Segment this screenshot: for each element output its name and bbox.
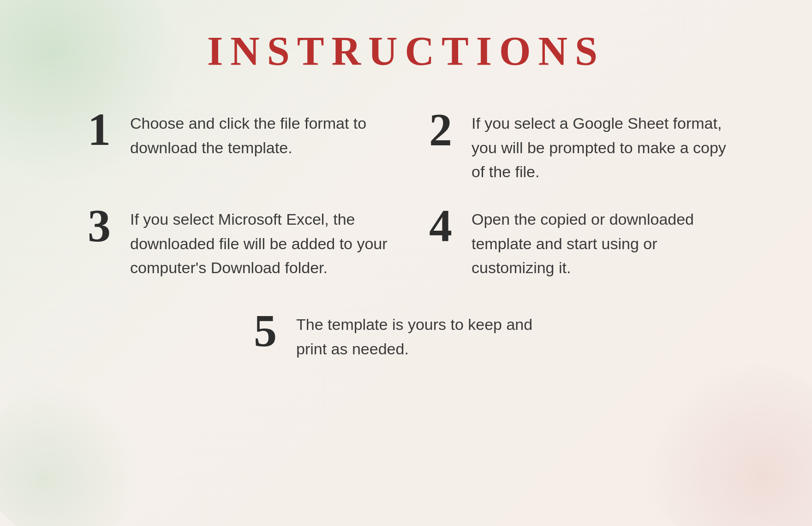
instructions-grid: 1 Choose and click the file format to do… — [83, 107, 729, 361]
step-4-text: Open the copied or downloaded template a… — [472, 203, 729, 280]
step-3-text: If you select Microsoft Excel, the downl… — [130, 203, 388, 280]
step-1-number: 1 — [83, 107, 115, 153]
step-1-text: Choose and click the file format to down… — [130, 107, 388, 160]
step-2: 2 If you select a Google Sheet format, y… — [424, 107, 729, 184]
step-5-row: 5 The template is yours to keep and prin… — [83, 308, 729, 361]
step-5-number: 5 — [249, 308, 281, 354]
step-2-text: If you select a Google Sheet format, you… — [472, 107, 729, 184]
page-container: INSTRUCTIONS 1 Choose and click the file… — [0, 0, 812, 526]
step-5-text: The template is yours to keep and print … — [296, 308, 563, 361]
page-title: INSTRUCTIONS — [207, 28, 605, 74]
step-4-number: 4 — [424, 203, 457, 249]
step-4: 4 Open the copied or downloaded template… — [424, 203, 729, 280]
step-2-number: 2 — [424, 107, 457, 153]
step-1: 1 Choose and click the file format to do… — [83, 107, 388, 184]
step-5: 5 The template is yours to keep and prin… — [249, 308, 563, 361]
step-3-number: 3 — [83, 203, 115, 249]
step-3: 3 If you select Microsoft Excel, the dow… — [83, 203, 388, 280]
